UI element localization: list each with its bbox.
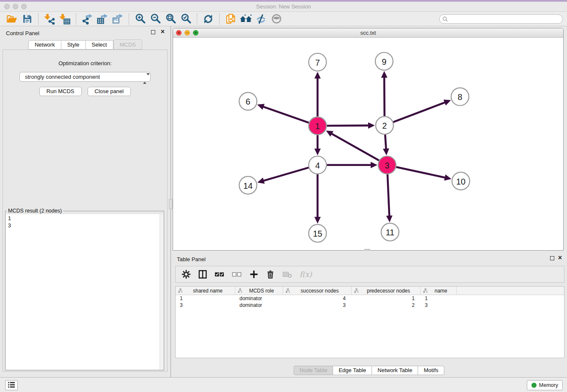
column-header[interactable]: shared name	[176, 287, 235, 295]
graph-node-label: 10	[456, 177, 465, 186]
zoom-in-icon[interactable]	[134, 13, 146, 25]
import-table-icon[interactable]	[58, 13, 71, 25]
control-panel: Control Panel × Network Style Select MCD…	[0, 26, 171, 377]
float-panel-icon[interactable]	[151, 30, 155, 34]
tab-mcds[interactable]: MCDS	[113, 39, 142, 50]
graph-edge[interactable]	[385, 135, 386, 150]
float-table-panel-icon[interactable]	[550, 256, 554, 260]
table-cell[interactable]: 3	[421, 302, 457, 309]
graph-node-label: 3	[385, 161, 389, 170]
delete-column-icon[interactable]	[266, 270, 275, 279]
graph-edge[interactable]	[388, 174, 389, 217]
table-cell[interactable]: 3	[176, 302, 235, 309]
tab-edge-table[interactable]: Edge Table	[333, 366, 372, 375]
close-window-icon[interactable]	[4, 4, 10, 9]
network-window-titlebar[interactable]: × − + scc.txt	[173, 28, 563, 38]
graph-node-label: 15	[313, 229, 322, 238]
mcds-result-output[interactable]: 1 3	[6, 214, 163, 370]
table-toolbar: f(x)	[175, 266, 564, 283]
table-cell[interactable]: dominator	[235, 295, 283, 302]
zoom-selected-icon[interactable]	[179, 13, 192, 25]
graph-edge[interactable]	[327, 125, 369, 126]
run-mcds-button[interactable]: Run MCDS	[39, 87, 82, 96]
select-all-icon[interactable]	[215, 270, 225, 279]
tab-network[interactable]: Network	[28, 40, 61, 50]
column-header[interactable]: MCDS role	[235, 287, 283, 295]
save-session-icon[interactable]	[21, 13, 33, 25]
column-header[interactable]: predecessor nodes	[352, 287, 421, 295]
network-window: × − + scc.txt 1234678910111415	[173, 28, 564, 251]
close-panel-icon[interactable]: ×	[161, 28, 165, 36]
graph-edge-arrowhead	[368, 122, 375, 129]
tab-style[interactable]: Style	[61, 40, 86, 50]
export-table-icon[interactable]	[96, 13, 109, 25]
add-column-icon[interactable]	[249, 270, 259, 279]
import-network-icon[interactable]	[43, 13, 56, 25]
zoom-fit-icon[interactable]	[164, 13, 177, 25]
graph-edge[interactable]	[393, 102, 446, 122]
tab-node-table[interactable]: Node Table	[294, 366, 333, 375]
graph-edge[interactable]	[331, 133, 379, 160]
column-header[interactable]: successor nodes	[283, 287, 352, 295]
network-canvas[interactable]: 1234678910111415	[173, 38, 563, 250]
table-cell[interactable]: 1	[352, 295, 421, 302]
refresh-layout-icon[interactable]	[202, 13, 215, 25]
close-table-panel-icon[interactable]: ×	[558, 254, 562, 262]
graph-edge[interactable]	[396, 167, 446, 178]
session-title: Session: New Session	[0, 2, 567, 11]
gear-icon[interactable]	[182, 270, 191, 279]
mcds-result-scrollbar[interactable]	[160, 214, 163, 370]
table-cell[interactable]: 2	[352, 302, 421, 309]
network-minimize-icon[interactable]: −	[184, 30, 190, 36]
memory-button[interactable]: Memory	[527, 380, 563, 390]
table-cell[interactable]: 1	[421, 295, 457, 302]
export-network-icon[interactable]	[81, 13, 94, 25]
graph-edge[interactable]	[263, 168, 309, 181]
mcds-result-title: MCDS result (2 nodes)	[7, 208, 63, 214]
clone-network-icon[interactable]	[224, 13, 237, 25]
tab-select[interactable]: Select	[86, 40, 113, 50]
graph-node-label: 6	[246, 97, 250, 106]
graph-edge[interactable]	[262, 106, 309, 123]
table-cell[interactable]: 3	[283, 302, 352, 309]
table-cell[interactable]: 4	[283, 295, 352, 302]
column-header[interactable]: name	[421, 287, 457, 295]
homes-icon[interactable]	[239, 13, 252, 25]
function-builder-icon: f(x)	[300, 270, 312, 279]
minimize-window-icon[interactable]	[13, 4, 18, 9]
search-input[interactable]	[439, 14, 563, 24]
panel-splitter-grip[interactable]	[169, 199, 173, 209]
table-row[interactable]: 1dominator411	[176, 295, 564, 302]
table-cell[interactable]: dominator	[235, 302, 283, 309]
hide-network-icon[interactable]	[255, 13, 267, 25]
deselect-all-icon[interactable]	[232, 270, 242, 279]
show-eye-icon[interactable]	[270, 13, 283, 25]
tab-motifs[interactable]: Motifs	[418, 366, 444, 375]
optimization-criterion-dropdown[interactable]: strongly connected component	[19, 72, 151, 82]
column-header-label: predecessor nodes	[360, 288, 420, 294]
table-row[interactable]: 3dominator323	[176, 302, 564, 309]
graph-edge[interactable]	[384, 77, 385, 116]
close-panel-button[interactable]: Close panel	[88, 87, 131, 96]
mcds-result-group: MCDS result (2 nodes) 1 3	[5, 208, 164, 370]
network-maximize-icon[interactable]: +	[193, 30, 198, 36]
graph-edge-arrowhead	[444, 174, 451, 181]
tab-network-table[interactable]: Network Table	[372, 366, 418, 375]
zoom-out-icon[interactable]	[149, 13, 162, 25]
mcds-buttons-row: Run MCDS Close panel	[3, 87, 167, 96]
open-session-icon[interactable]	[6, 13, 18, 25]
task-history-button[interactable]	[5, 380, 18, 390]
graph-node-label: 1	[315, 121, 320, 131]
column-attribute-icon	[423, 288, 428, 293]
graph-edge-arrowhead	[314, 72, 321, 79]
table-cell[interactable]: 1	[176, 295, 235, 302]
zoom-window-icon[interactable]	[21, 4, 27, 9]
toolbar-separator	[219, 14, 220, 25]
network-resize-grip[interactable]	[364, 249, 370, 251]
dropdown-stepper-icon	[143, 74, 147, 80]
export-image-icon[interactable]	[111, 13, 124, 25]
network-close-icon[interactable]: ×	[176, 30, 182, 36]
status-bar: Memory	[0, 377, 567, 392]
graph-edge-arrowhead	[371, 162, 377, 168]
split-columns-icon[interactable]	[198, 270, 207, 279]
